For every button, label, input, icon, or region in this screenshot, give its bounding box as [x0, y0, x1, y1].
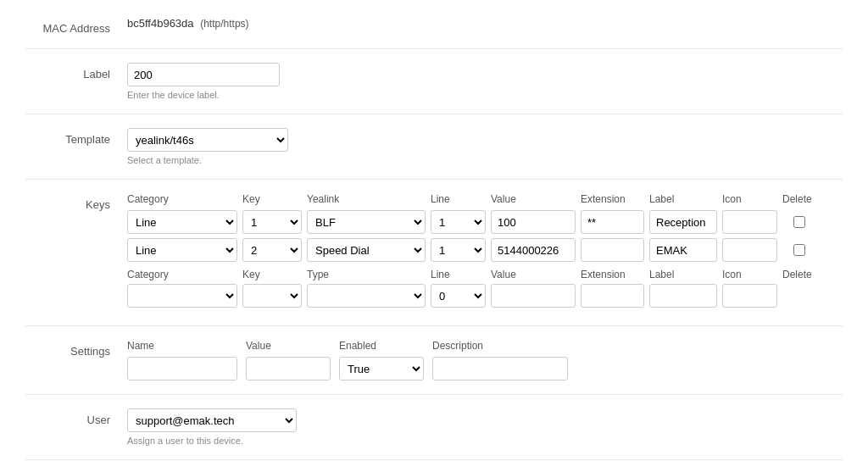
keys-empty-extension-col	[581, 284, 644, 308]
user-row: User support@emak.tech admin@emak.tech A…	[25, 408, 843, 460]
settings-name-col	[127, 357, 237, 380]
keys-row2-key-select[interactable]: 1 2 3	[242, 238, 302, 262]
settings-row: Settings Name Value Enabled Description …	[25, 340, 843, 395]
keys-content: Category Key Yealink Line Value Extensio…	[127, 193, 843, 312]
keys-header-icon-1: Icon	[722, 193, 777, 205]
keys-row2-yealink-select[interactable]: BLF Speed Dial Line	[307, 238, 426, 262]
keys-row2-delete-col	[782, 244, 816, 256]
keys-row1-category-col: Line None Feature	[127, 210, 237, 234]
keys-row1-key-select[interactable]: 1 2 3	[242, 210, 302, 234]
label-row: Label 200 Enter the device label.	[25, 63, 843, 114]
settings-label: Settings	[25, 340, 127, 358]
settings-header-desc: Description	[432, 340, 568, 352]
settings-desc-input[interactable]	[432, 357, 568, 380]
settings-content: Name Value Enabled Description True Fals…	[127, 340, 843, 380]
keys-row1-value-col: 100	[491, 210, 576, 234]
keys-empty-key-select[interactable]: 1 2	[242, 284, 302, 308]
keys-row2-label-input[interactable]: EMAK	[649, 238, 717, 262]
keys-row2-extension-input[interactable]	[581, 238, 644, 262]
settings-header-name: Name	[127, 340, 237, 352]
keys-header-icon-2: Icon	[722, 269, 777, 280]
keys-row2-label-col: EMAK	[649, 238, 717, 262]
keys-data-row-1: Line None Feature 1 2 3 BLF Speed Di	[127, 210, 843, 234]
keys-header-1: Category Key Yealink Line Value Extensio…	[127, 193, 843, 205]
keys-empty-label-input[interactable]	[649, 284, 717, 308]
keys-header-category-2: Category	[127, 269, 237, 280]
template-row: Template yealink/t46s yealink/t42s yeali…	[25, 128, 843, 180]
user-label: User	[25, 408, 127, 426]
keys-row2-delete-checkbox[interactable]	[793, 244, 805, 256]
keys-header-value-1: Value	[491, 193, 576, 205]
mac-address-link: (http/https)	[200, 18, 248, 30]
keys-empty-line-select[interactable]: 0 1 2	[431, 284, 486, 308]
keys-row2-category-col: Line None Feature	[127, 238, 237, 262]
keys-row2-line-select[interactable]: 1 2 3	[431, 238, 486, 262]
keys-row2-key-col: 1 2 3	[242, 238, 302, 262]
user-content: support@emak.tech admin@emak.tech Assign…	[127, 408, 843, 446]
template-field-content: yealink/t46s yealink/t42s yealink/t48s p…	[127, 128, 843, 165]
keys-header-value-2: Value	[491, 269, 576, 280]
keys-header-key-2: Key	[242, 269, 302, 280]
keys-row1-label-col: Reception	[649, 210, 717, 234]
keys-empty-label-col	[649, 284, 717, 308]
keys-header-extension-1: Extension	[581, 193, 644, 205]
template-label: Template	[25, 128, 127, 146]
settings-data-row: True False	[127, 357, 843, 380]
settings-header: Name Value Enabled Description	[127, 340, 843, 352]
keys-empty-key-col: 1 2	[242, 284, 302, 308]
keys-header-2: Category Key Type Line Value Extension L…	[127, 269, 843, 280]
template-select[interactable]: yealink/t46s yealink/t42s yealink/t48s p…	[127, 128, 288, 152]
keys-empty-line-col: 0 1 2	[431, 284, 486, 308]
keys-row1-value-input[interactable]: 100	[491, 210, 576, 234]
settings-desc-col	[432, 357, 568, 380]
keys-row1-icon-col	[722, 210, 777, 234]
keys-empty-category-select[interactable]: Line None Feature	[127, 284, 237, 308]
keys-row1-extension-input[interactable]: **	[581, 210, 644, 234]
keys-row2-icon-col	[722, 238, 777, 262]
template-hint: Select a template.	[127, 155, 843, 165]
keys-empty-type-select[interactable]: BLF Speed Dial	[307, 284, 426, 308]
keys-data-row-2: Line None Feature 1 2 3 BLF Speed Di	[127, 238, 843, 262]
settings-enabled-col: True False	[339, 357, 424, 380]
label-field-label: Label	[25, 63, 127, 81]
keys-row1-line-select[interactable]: 1 2 3	[431, 210, 486, 234]
keys-row1-yealink-select[interactable]: BLF Speed Dial Line	[307, 210, 426, 234]
keys-row2-value-col: 5144000226	[491, 238, 576, 262]
keys-header-yealink-1: Yealink	[307, 193, 426, 205]
label-hint: Enter the device label.	[127, 90, 843, 100]
keys-row1-key-col: 1 2 3	[242, 210, 302, 234]
keys-row2-line-col: 1 2 3	[431, 238, 486, 262]
keys-empty-icon-input[interactable]	[722, 284, 777, 308]
settings-enabled-select[interactable]: True False	[339, 357, 424, 380]
keys-row2-value-input[interactable]: 5144000226	[491, 238, 576, 262]
keys-row2-icon-input[interactable]	[722, 238, 777, 262]
keys-row1-delete-checkbox[interactable]	[793, 216, 805, 228]
keys-row2-extension-col	[581, 238, 644, 262]
keys-header-delete-1: Delete	[782, 193, 816, 205]
keys-empty-icon-col	[722, 284, 777, 308]
keys-header-line-1: Line	[431, 193, 486, 205]
mac-address-row: MAC Address bc5ff4b963da (http/https)	[25, 17, 843, 49]
settings-header-enabled: Enabled	[339, 340, 424, 352]
mac-address-value: bc5ff4b963da (http/https)	[127, 12, 249, 30]
keys-row2-category-select[interactable]: Line None Feature	[127, 238, 237, 262]
keys-row1-yealink-col: BLF Speed Dial Line	[307, 210, 426, 234]
mac-address-label: MAC Address	[25, 17, 127, 35]
keys-row1-delete-col	[782, 216, 816, 228]
keys-row1-label-input[interactable]: Reception	[649, 210, 717, 234]
settings-name-input[interactable]	[127, 357, 237, 380]
keys-empty-value-col	[491, 284, 576, 308]
keys-row2-yealink-col: BLF Speed Dial Line	[307, 238, 426, 262]
user-select[interactable]: support@emak.tech admin@emak.tech	[127, 408, 297, 432]
settings-value-input[interactable]	[246, 357, 331, 380]
keys-label: Keys	[25, 193, 127, 211]
keys-row1-extension-col: **	[581, 210, 644, 234]
label-input[interactable]: 200	[127, 63, 280, 86]
keys-header-line-2: Line	[431, 269, 486, 280]
mac-address-content: bc5ff4b963da (http/https)	[127, 17, 843, 30]
keys-row1-icon-input[interactable]	[722, 210, 777, 234]
keys-empty-value-input[interactable]	[491, 284, 576, 308]
keys-row1-category-select[interactable]: Line None Feature	[127, 210, 237, 234]
keys-header-label-1: Label	[649, 193, 717, 205]
keys-empty-extension-input[interactable]	[581, 284, 644, 308]
